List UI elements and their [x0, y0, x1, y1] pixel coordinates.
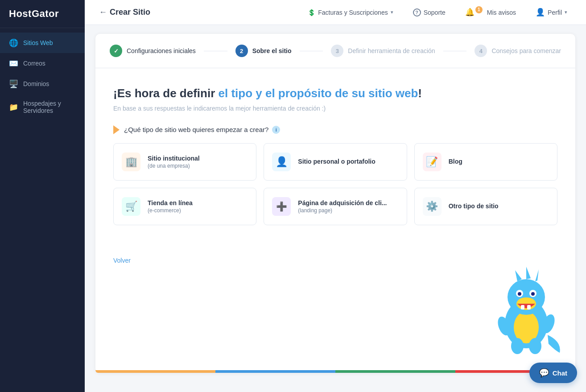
card-otro[interactable]: ⚙️ Otro tipo de sitio: [414, 188, 557, 225]
svg-point-7: [531, 292, 535, 296]
card-content-otro: Otro tipo de sitio: [449, 202, 499, 210]
card-content-personal: Sitio personal o portafolio: [298, 158, 375, 166]
heading-text-end: !: [418, 87, 422, 100]
step-2: 2 Sobre el sitio: [235, 45, 292, 57]
card-icon-landing: ➕: [272, 197, 291, 216]
svg-point-0: [505, 299, 548, 348]
back-link[interactable]: Volver: [113, 257, 131, 264]
step-1-circle: ✓: [110, 45, 122, 57]
globe-icon: 🌐: [9, 38, 18, 47]
sidebar-item-correos[interactable]: ✉️ Correos: [0, 53, 85, 74]
card-icon-personal: 👤: [272, 153, 291, 171]
card-content-landing: Página de adquisición de cli... (landing…: [298, 199, 387, 214]
card-subtitle-tienda: (e-commerce): [148, 207, 193, 214]
chat-button[interactable]: 💬 Chat: [529, 363, 577, 383]
svg-point-13: [511, 338, 524, 354]
card-title-landing: Página de adquisición de cli...: [298, 199, 387, 206]
svg-point-2: [508, 279, 545, 315]
nav-avisos-label: Mis avisos: [487, 9, 516, 16]
sidebar-item-label: Sitios Web: [23, 39, 53, 46]
question-row: ¿Qué tipo de sitio web quieres empezar a…: [113, 125, 557, 134]
nav-facturas-label: Facturas y Suscripciones: [318, 9, 388, 16]
sidebar-item-hospedajes[interactable]: 📁 Hospedajes y Servidores: [0, 94, 85, 120]
card-icon-tienda: 🛒: [122, 197, 140, 216]
steps-bar: ✓ Configuraciones iniciales 2 Sobre el s…: [95, 34, 575, 68]
card-institucional[interactable]: 🏢 Sitio institucional (de una empresa): [113, 143, 256, 181]
svg-rect-15: [521, 305, 524, 309]
bell-icon: 🔔: [465, 8, 475, 17]
card-content-tienda: Tienda en línea (e-commerce): [148, 199, 193, 214]
svg-point-11: [495, 315, 512, 337]
step-divider-1: [204, 51, 227, 51]
card-icon-institucional: 🏢: [122, 153, 140, 171]
card-subtitle-institucional: (de una empresa): [148, 163, 200, 169]
step-4-label: Consejos para comenzar: [491, 47, 561, 54]
main-content: ← Crear Sitio 💲 Facturas y Suscripciones…: [85, 0, 586, 392]
card-title-personal: Sitio personal o portafolio: [298, 158, 375, 165]
bottom-bar: [95, 370, 575, 373]
card-title-otro: Otro tipo de sitio: [449, 202, 499, 210]
dollar-icon: 💲: [308, 9, 315, 16]
sidebar-item-label: Dominios: [23, 80, 49, 87]
card-personal[interactable]: 👤 Sitio personal o portafolio: [264, 143, 407, 181]
step-2-label: Sobre el sitio: [252, 47, 292, 54]
svg-point-6: [529, 290, 536, 297]
card-icon-blog: 📝: [423, 153, 442, 171]
nav-avisos[interactable]: 🔔 1 Mis avisos: [461, 5, 520, 20]
back-title: Crear Sitio: [110, 8, 150, 17]
wizard-body: ¡Es hora de definir el tipo y el propósi…: [95, 68, 575, 256]
step-4-circle: 4: [475, 45, 487, 57]
step-divider-2: [300, 51, 323, 51]
sidebar-item-sitios-web[interactable]: 🌐 Sitios Web: [0, 33, 85, 53]
step-1: ✓ Configuraciones iniciales: [110, 45, 196, 57]
nav-soporte-label: Soporte: [424, 9, 446, 16]
chevron-down-icon-perfil: ▾: [565, 9, 567, 15]
sidebar: HostGator 🌐 Sitios Web ✉️ Correos 🖥️ Dom…: [0, 0, 85, 392]
card-landing[interactable]: ➕ Página de adquisición de cli... (landi…: [264, 188, 407, 225]
card-title-tienda: Tienda en línea: [148, 199, 193, 206]
svg-point-1: [514, 311, 539, 343]
svg-point-5: [518, 292, 521, 296]
card-content-blog: Blog: [449, 158, 462, 166]
card-title-institucional: Sitio institucional: [148, 155, 200, 162]
back-arrow-icon: ←: [99, 8, 107, 17]
card-tienda[interactable]: 🛒 Tienda en línea (e-commerce): [113, 188, 256, 225]
step-3-circle: 3: [331, 45, 343, 57]
nav-soporte[interactable]: ? Soporte: [409, 6, 450, 19]
svg-point-12: [540, 313, 557, 335]
nav-perfil[interactable]: 👤 Perfil ▾: [531, 5, 572, 20]
step-divider-3: [443, 51, 467, 51]
page-content: ✓ Configuraciones iniciales 2 Sobre el s…: [85, 25, 586, 392]
sidebar-item-label: Correos: [23, 60, 45, 67]
question-text: ¿Qué tipo de sitio web quieres empezar a…: [124, 126, 268, 133]
step-3-label: Definir herramienta de creación: [348, 47, 435, 54]
user-icon: 👤: [536, 8, 545, 17]
sidebar-item-label: Hospedajes y Servidores: [23, 100, 76, 114]
chat-bubble-icon: 💬: [539, 368, 549, 378]
step-1-label: Configuraciones iniciales: [127, 47, 196, 54]
sidebar-nav: 🌐 Sitios Web ✉️ Correos 🖥️ Dominios 📁 Ho…: [0, 33, 85, 120]
site-type-cards: 🏢 Sitio institucional (de una empresa) 👤…: [113, 143, 557, 225]
header: ← Crear Sitio 💲 Facturas y Suscripciones…: [85, 0, 586, 25]
svg-point-3: [516, 297, 536, 310]
folder-icon: 📁: [9, 103, 18, 111]
info-icon[interactable]: i: [272, 126, 280, 134]
heading-text-accent: el tipo y el propósito de su sitio web: [219, 87, 418, 100]
step-3: 3 Definir herramienta de creación: [331, 45, 435, 57]
heading-text-plain: ¡Es hora de definir: [113, 87, 219, 100]
nav-facturas[interactable]: 💲 Facturas y Suscripciones ▾: [303, 6, 397, 19]
wizard-card: ✓ Configuraciones iniciales 2 Sobre el s…: [95, 34, 575, 373]
sidebar-item-dominios[interactable]: 🖥️ Dominios: [0, 74, 85, 94]
flag-icon: [113, 125, 120, 134]
help-icon: ?: [413, 8, 421, 17]
wizard-subtext: En base a sus respuestas le indicaremos …: [113, 105, 557, 112]
svg-point-14: [529, 338, 541, 354]
step-2-circle: 2: [235, 45, 248, 57]
chevron-down-icon: ▾: [391, 9, 393, 15]
mail-icon: ✉️: [9, 59, 18, 68]
card-title-blog: Blog: [449, 158, 462, 165]
card-icon-otro: ⚙️: [423, 197, 442, 216]
card-blog[interactable]: 📝 Blog: [414, 143, 557, 181]
nav-perfil-label: Perfil: [548, 9, 562, 16]
back-button[interactable]: ← Crear Sitio: [99, 8, 150, 17]
